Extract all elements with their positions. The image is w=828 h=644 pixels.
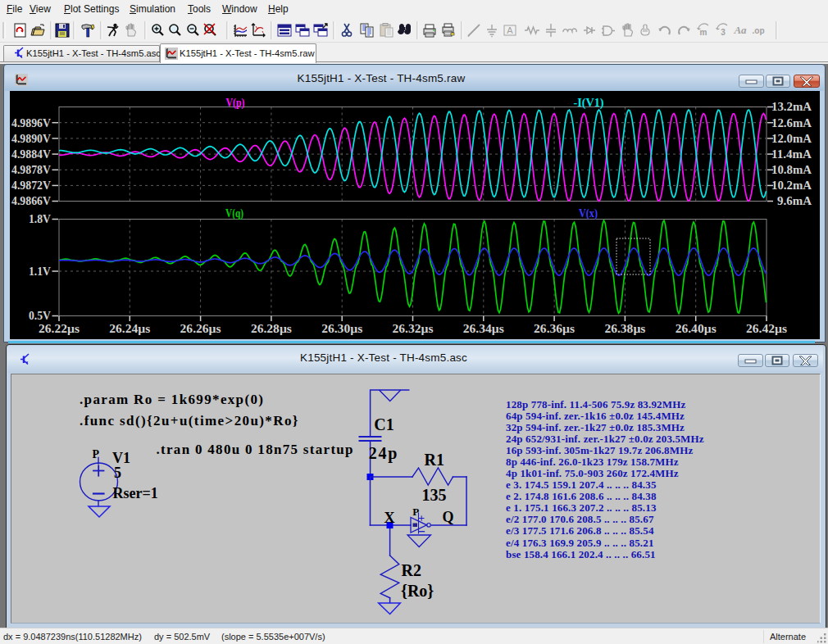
svg-text:26.24µs: 26.24µs	[109, 322, 150, 335]
svg-text:{Ro}: {Ro}	[401, 581, 434, 599]
svg-text:A: A	[507, 25, 513, 35]
svg-text:.op: .op	[753, 26, 765, 35]
svg-text:m: m	[700, 28, 707, 37]
svg-text:e 1. 175.1 166.3 207.2 .. .. .: e 1. 175.1 166.3 207.2 .. .. .. 85.13	[506, 501, 657, 514]
svg-text:.param Ro = 1k699*exp(0): .param Ro = 1k699*exp(0)	[80, 392, 264, 407]
svg-text:V(x): V(x)	[579, 206, 598, 220]
svg-text:e/4 176.3 169.9 205.9 .. .. ..: e/4 176.3 169.9 205.9 .. .. .. 85.21	[506, 536, 654, 548]
svg-text:-I(V1): -I(V1)	[574, 96, 604, 110]
svg-text:4p 1k01-inf. 75.0-903 260z 172: 4p 1k01-inf. 75.0-903 260z 172.4MHz	[506, 467, 679, 479]
svg-text:4.9872V: 4.9872V	[11, 179, 51, 192]
svg-text:32p 594-inf. zer.-1k27 ±0.0z 1: 32p 594-inf. zer.-1k27 ±0.0z 185.3MHz	[506, 421, 685, 433]
svg-text:10.8mA: 10.8mA	[771, 163, 812, 176]
svg-text:64p 594-inf. zer.-1k16 ±0.0z 1: 64p 594-inf. zer.-1k16 ±0.0z 145.4MHz	[506, 409, 685, 421]
svg-text:Aa: Aa	[733, 24, 747, 36]
svg-text:26.32µs: 26.32µs	[393, 322, 434, 335]
svg-text:1.8V: 1.8V	[29, 212, 51, 225]
svg-text:Q: Q	[443, 509, 454, 525]
svg-text:e 3. 174.5 159.1 207.4 .. .. .: e 3. 174.5 159.1 207.4 .. .. .. 84.35	[506, 478, 657, 491]
svg-text:1.1V: 1.1V	[29, 265, 51, 278]
svg-text:4.9896V: 4.9896V	[11, 116, 51, 129]
svg-text:4.9878V: 4.9878V	[11, 163, 51, 176]
svg-text:4.9866V: 4.9866V	[11, 194, 51, 207]
svg-text:26.34µs: 26.34µs	[463, 322, 504, 335]
svg-text:R2: R2	[402, 560, 421, 578]
svg-text:10.2mA: 10.2mA	[771, 179, 812, 192]
svg-text:bse 158.4 166.1 202.4 .. .. ..: bse 158.4 166.1 202.4 .. .. .. 66.51	[506, 547, 656, 560]
svg-text:5: 5	[114, 465, 121, 481]
svg-text:12.6mA: 12.6mA	[771, 116, 812, 129]
svg-text:9.6mA: 9.6mA	[777, 194, 812, 207]
svg-text:V(p): V(p)	[226, 96, 245, 110]
svg-text:26.22µs: 26.22µs	[39, 322, 80, 335]
svg-text:16p 593-inf. 305m-1k27 19.7z 2: 16p 593-inf. 305m-1k27 19.7z 206.8MHz	[506, 444, 693, 456]
svg-text:26.40µs: 26.40µs	[676, 322, 717, 335]
svg-text:26.26µs: 26.26µs	[180, 322, 221, 335]
svg-text:P: P	[93, 447, 100, 460]
svg-text:26.28µs: 26.28µs	[251, 322, 292, 335]
svg-text:e 2. 174.8 161.6 208.6 .. .. .: e 2. 174.8 161.6 208.6 .. .. .. 84.38	[506, 490, 657, 502]
svg-text:12.0mA: 12.0mA	[771, 132, 812, 145]
svg-text:R1: R1	[425, 450, 444, 468]
svg-text:e/2 177.0 170.6 208.5 .. .. ..: e/2 177.0 170.6 208.5 .. .. .. 85.67	[506, 513, 654, 525]
svg-text:11.4mA: 11.4mA	[771, 147, 812, 161]
svg-text:13.2mA: 13.2mA	[771, 100, 812, 113]
svg-text:128p 778-inf. 11.4-506 75.9z 8: 128p 778-inf. 11.4-506 75.9z 83.92MHz	[506, 397, 685, 410]
svg-text:P: P	[412, 506, 419, 518]
svg-text:V1: V1	[112, 450, 130, 466]
svg-text:26.36µs: 26.36µs	[534, 322, 575, 335]
svg-text:8p 446-inf. 26.0-1k23 179z 158: 8p 446-inf. 26.0-1k23 179z 158.7MHz	[506, 456, 679, 468]
svg-text:4.9884V: 4.9884V	[11, 147, 51, 161]
svg-text:Rser=1: Rser=1	[113, 484, 158, 501]
svg-text:26.38µs: 26.38µs	[604, 322, 645, 335]
svg-text:26.30µs: 26.30µs	[321, 322, 362, 335]
svg-text:4.9890V: 4.9890V	[11, 132, 51, 145]
svg-text:0.5V: 0.5V	[29, 309, 51, 322]
svg-text:.tran 0 480u 0 18n75 startup: .tran 0 480u 0 18n75 startup	[157, 442, 354, 457]
svg-text:24p 652/931-inf. zer.-1k27 ±0.: 24p 652/931-inf. zer.-1k27 ±0.0z 203.5MH…	[506, 433, 704, 445]
svg-text:V(q): V(q)	[225, 206, 243, 220]
svg-text:3: 3	[721, 28, 726, 37]
svg-text:e/3 177.5 171.6 206.8 .. .. ..: e/3 177.5 171.6 206.8 .. .. .. 85.54	[506, 524, 654, 537]
svg-text:C1: C1	[374, 415, 394, 433]
svg-text:135: 135	[422, 486, 447, 504]
svg-text:26.42µs: 26.42µs	[746, 322, 787, 335]
svg-text:24p: 24p	[369, 443, 399, 462]
svg-text:X: X	[384, 510, 395, 526]
svg-text:.func sd(){2u+u(time>20u)*Ro}: .func sd(){2u+u(time>20u)*Ro}	[80, 412, 299, 428]
